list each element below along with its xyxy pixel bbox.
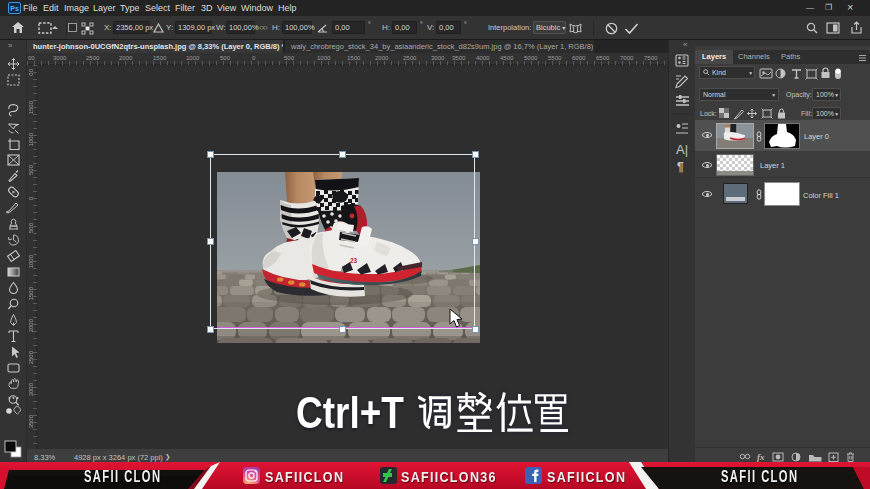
svg-text:A|: A| [676,142,688,157]
svg-text:¶: ¶ [677,160,684,174]
svg-text:fx: fx [757,452,765,462]
